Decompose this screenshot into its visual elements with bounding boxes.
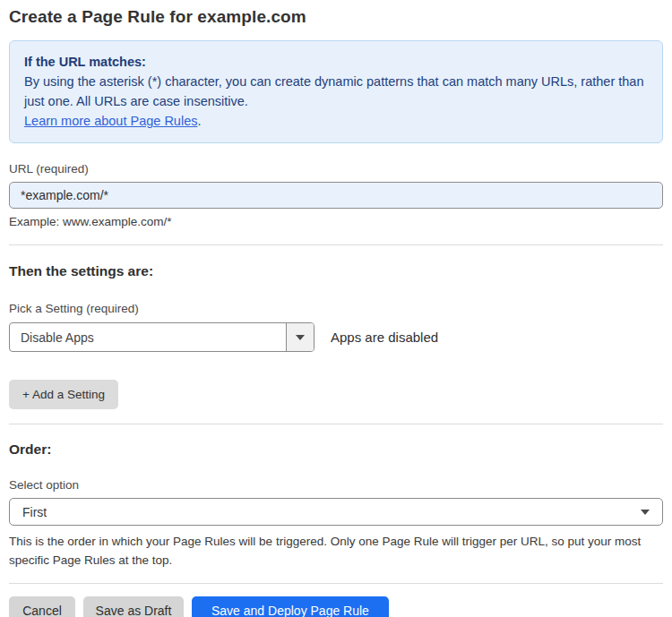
url-field-label: URL (required) bbox=[9, 162, 663, 176]
info-box-link-line: Learn more about Page Rules. bbox=[24, 111, 648, 131]
info-box-body: By using the asterisk (*) character, you… bbox=[24, 72, 648, 111]
caret-down-icon bbox=[641, 510, 650, 515]
order-section-heading: Order: bbox=[9, 441, 663, 458]
settings-section-heading: Then the settings are: bbox=[9, 263, 663, 279]
setting-dropdown-value: Disable Apps bbox=[10, 323, 286, 351]
order-help-text: This is the order in which your Page Rul… bbox=[9, 532, 654, 570]
page-title: Create a Page Rule for example.com bbox=[9, 7, 663, 27]
save-as-draft-button[interactable]: Save as Draft bbox=[83, 596, 184, 617]
add-setting-button[interactable]: + Add a Setting bbox=[9, 380, 118, 409]
setting-dropdown-arrow-button[interactable] bbox=[286, 323, 314, 351]
save-and-deploy-button[interactable]: Save and Deploy Page Rule bbox=[192, 596, 389, 617]
divider bbox=[9, 244, 663, 245]
order-select[interactable]: First bbox=[9, 498, 663, 526]
divider bbox=[9, 424, 663, 424]
setting-dropdown[interactable]: Disable Apps bbox=[9, 322, 314, 352]
url-input[interactable] bbox=[9, 182, 663, 209]
url-example-text: Example: www.example.com/* bbox=[9, 215, 663, 228]
cancel-button[interactable]: Cancel bbox=[9, 596, 75, 617]
learn-more-link[interactable]: Learn more about Page Rules bbox=[24, 114, 197, 128]
create-page-rule-form: Create a Page Rule for example.com If th… bbox=[0, 0, 672, 617]
info-box-heading: If the URL matches: bbox=[24, 52, 648, 72]
pick-setting-label: Pick a Setting (required) bbox=[9, 302, 663, 315]
divider bbox=[9, 583, 663, 584]
setting-row: Disable Apps Apps are disabled bbox=[9, 322, 663, 352]
setting-status-text: Apps are disabled bbox=[331, 330, 438, 345]
footer-actions: Cancel Save as Draft Save and Deploy Pag… bbox=[9, 596, 663, 617]
url-match-info-box: If the URL matches: By using the asteris… bbox=[9, 40, 663, 143]
caret-down-icon bbox=[296, 335, 305, 340]
order-select-label: Select option bbox=[9, 478, 663, 492]
link-suffix: . bbox=[197, 114, 201, 128]
order-select-value: First bbox=[22, 505, 47, 519]
